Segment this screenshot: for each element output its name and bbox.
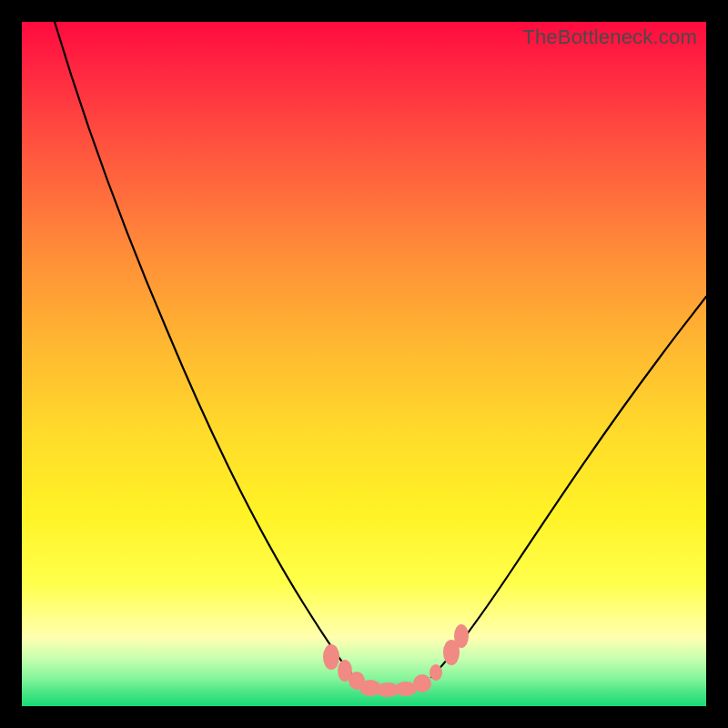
left-curve	[55, 22, 354, 677]
marker-dot	[413, 674, 431, 693]
watermark-text: TheBottleneck.com	[522, 25, 697, 49]
marker-group	[323, 624, 469, 697]
marker-dot	[323, 644, 339, 670]
plot-svg	[22, 22, 706, 706]
marker-dot	[430, 664, 442, 681]
chart-frame: TheBottleneck.com	[22, 22, 706, 706]
right-curve	[431, 297, 706, 677]
marker-dot	[454, 624, 469, 648]
